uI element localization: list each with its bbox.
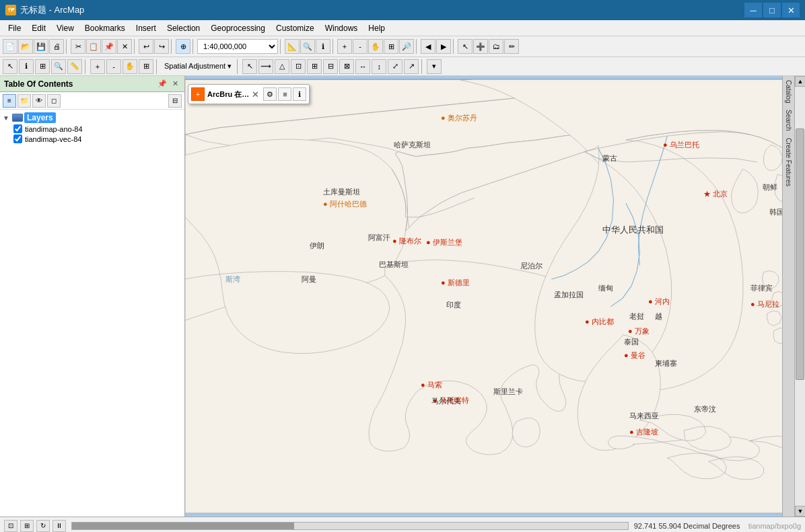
pan-sa[interactable]: ✋ xyxy=(123,59,137,74)
copy-button[interactable]: 📋 xyxy=(86,39,101,54)
search-panel-tab[interactable]: Search xyxy=(783,107,794,134)
toc-close-btn[interactable]: ✕ xyxy=(170,79,180,89)
map-vertical-scrollbar[interactable]: ▲ ▼ xyxy=(794,76,805,517)
status-btn-refresh[interactable]: ↻ xyxy=(36,520,50,532)
status-scroll-thumb[interactable] xyxy=(72,523,294,529)
menu-bookmarks[interactable]: Bookmarks xyxy=(79,21,131,36)
scale-dropdown[interactable]: 1:40,000,000 xyxy=(197,39,278,54)
sa-select-btn[interactable]: ↖ xyxy=(242,59,257,74)
find-button[interactable]: 🔍 xyxy=(300,39,315,54)
scroll-down-arrow[interactable]: ▼ xyxy=(795,506,805,517)
map-area[interactable]: + ArcBru 在… ✕ ⚙ ≡ ℹ 哈萨克斯坦 蒙古 ● 乌兰巴托 ● 奥尔… xyxy=(185,76,805,517)
label-kualalumpur: ● 吉隆坡 xyxy=(629,427,658,437)
arc-catalog-btn[interactable]: 🗂 xyxy=(489,39,503,54)
callout-close-btn[interactable]: ✕ xyxy=(252,89,259,100)
menu-customize[interactable]: Customize xyxy=(271,21,320,36)
identify-button[interactable]: ℹ xyxy=(316,39,330,54)
toc-tab-drawing[interactable]: ≡ xyxy=(3,94,16,108)
status-scrollbar[interactable] xyxy=(71,522,629,530)
label-bangkok: ● 曼谷 xyxy=(624,350,645,360)
undo-button[interactable]: ↩ xyxy=(139,39,153,54)
layer-ano-checkbox[interactable] xyxy=(13,124,22,133)
minimize-button[interactable]: ─ xyxy=(744,3,762,17)
forward-btn[interactable]: ▶ xyxy=(436,39,451,54)
toc-header-controls[interactable]: 📌 ✕ xyxy=(155,79,180,89)
toolbar-area: 📄 📂 💾 🖨 ✂ 📋 📌 ✕ ↩ ↪ ⊕ 1:40,000,000 📐 🔍 ℹ… xyxy=(0,36,805,57)
spatial-adjustment-toolbar: ↖ ℹ ⊞ 🔍 📏 + - ✋ ⊞ Spatial Adjustment ▾ ↖… xyxy=(0,57,805,76)
toc-tab-source[interactable]: 📁 xyxy=(18,94,31,108)
callout-info-btn[interactable]: ℹ xyxy=(293,87,306,101)
status-btn-pause[interactable]: ⏸ xyxy=(53,520,66,532)
full-extent-sa[interactable]: ⊞ xyxy=(139,59,153,74)
zoom-in-btn[interactable]: + xyxy=(337,39,352,54)
select-tool-sa[interactable]: ↖ xyxy=(3,59,18,74)
status-btn-2[interactable]: ⊞ xyxy=(20,520,34,532)
zoom-out-sa[interactable]: - xyxy=(106,59,121,74)
scroll-up-arrow[interactable]: ▲ xyxy=(795,76,805,87)
toc-tab-visibility[interactable]: 👁 xyxy=(32,94,46,108)
zoom-in-sa[interactable]: + xyxy=(90,59,105,74)
layer-vec-checkbox[interactable] xyxy=(13,135,22,143)
close-button[interactable]: ✕ xyxy=(782,3,800,17)
pan-btn[interactable]: ✋ xyxy=(368,39,383,54)
select-btn[interactable]: ↖ xyxy=(458,39,473,54)
redo-button[interactable]: ↪ xyxy=(154,39,169,54)
window-title: 无标题 - ArcMap xyxy=(20,4,84,16)
menu-file[interactable]: File xyxy=(3,21,26,36)
menu-geoprocessing[interactable]: Geoprocessing xyxy=(205,21,271,36)
paste-button[interactable]: 📌 xyxy=(102,39,116,54)
scroll-track-v[interactable] xyxy=(795,87,805,506)
delete-button[interactable]: ✕ xyxy=(117,39,132,54)
maximize-button[interactable]: □ xyxy=(763,3,781,17)
attribution-text: tianmap/bxpo0g xyxy=(748,522,801,530)
window-controls[interactable]: ─ □ ✕ xyxy=(744,3,800,17)
sa-btn7[interactable]: ↔ xyxy=(355,59,370,74)
sa-btn6[interactable]: ⊠ xyxy=(339,59,354,74)
cut-button[interactable]: ✂ xyxy=(71,39,85,54)
measure-tool[interactable]: 📐 xyxy=(285,39,300,54)
sa-btn10[interactable]: ↗ xyxy=(404,59,419,74)
sa-btn1[interactable]: ⟿ xyxy=(258,59,273,74)
sa-btn8[interactable]: ↕ xyxy=(372,59,386,74)
toc-dock-pin[interactable]: 📌 xyxy=(155,79,169,89)
sa-btn4[interactable]: ⊞ xyxy=(307,59,322,74)
open-button[interactable]: 📂 xyxy=(18,39,33,54)
new-button[interactable]: 📄 xyxy=(3,39,18,54)
toc-options-btn[interactable]: ⊟ xyxy=(168,94,182,108)
measure-tool-sa[interactable]: 📏 xyxy=(67,59,82,74)
menu-help[interactable]: Help xyxy=(363,21,390,36)
status-btn-1[interactable]: ⊡ xyxy=(4,520,18,532)
sa-dropdown[interactable]: ▾ xyxy=(427,59,442,74)
identify-tool-sa[interactable]: ℹ xyxy=(19,59,34,74)
menu-insert[interactable]: Insert xyxy=(131,21,162,36)
zoom-out-btn[interactable]: - xyxy=(353,39,368,54)
menu-view[interactable]: View xyxy=(51,21,79,36)
full-extent-btn[interactable]: ⊞ xyxy=(384,39,398,54)
menu-edit[interactable]: Edit xyxy=(26,21,51,36)
menu-windows[interactable]: Windows xyxy=(320,21,363,36)
back-btn[interactable]: ◀ xyxy=(421,39,435,54)
sa-btn3[interactable]: ⊡ xyxy=(291,59,306,74)
callout-add-btn[interactable]: + xyxy=(191,87,205,101)
editor-btn[interactable]: ✏ xyxy=(504,39,519,54)
toc-title: Table Of Contents xyxy=(4,79,73,89)
callout-layer-btn[interactable]: ≡ xyxy=(278,87,291,101)
print-button[interactable]: 🖨 xyxy=(49,39,64,54)
callout-gear-btn[interactable]: ⚙ xyxy=(263,87,277,101)
toc-expand-btn[interactable]: ▼ xyxy=(3,114,11,122)
sa-btn2[interactable]: △ xyxy=(275,59,289,74)
add-data-btn[interactable]: ➕ xyxy=(473,39,488,54)
fixed-zoom-in-btn[interactable]: 🔎 xyxy=(399,39,414,54)
find-tool-sa[interactable]: 🔍 xyxy=(51,59,66,74)
layers-group-label[interactable]: Layers xyxy=(24,112,56,123)
zoom-in-tool[interactable]: ⊕ xyxy=(176,39,190,54)
scroll-thumb-v[interactable] xyxy=(796,128,804,380)
toc-tab-selection[interactable]: ◻ xyxy=(47,94,61,108)
create-features-panel-tab[interactable]: Create Features xyxy=(783,135,794,189)
table-tool-sa[interactable]: ⊞ xyxy=(35,59,50,74)
sa-btn5[interactable]: ⊟ xyxy=(323,59,338,74)
menu-selection[interactable]: Selection xyxy=(162,21,205,36)
catalog-panel-tab[interactable]: Catalog xyxy=(783,77,794,106)
save-button[interactable]: 💾 xyxy=(34,39,48,54)
sa-btn9[interactable]: ⤢ xyxy=(388,59,403,74)
